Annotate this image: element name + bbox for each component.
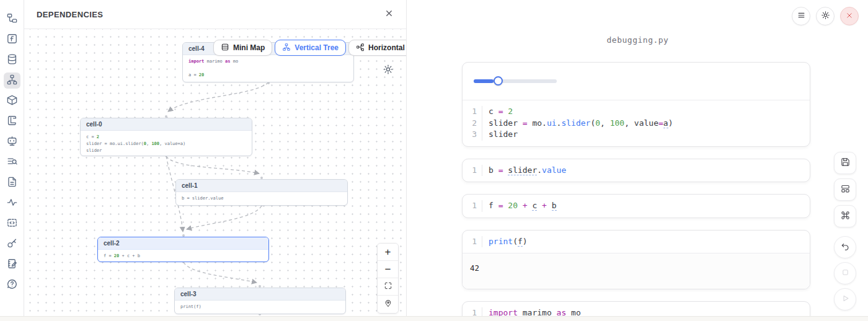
notebook-filename: debugging.py — [407, 35, 868, 45]
location-pin-icon — [384, 298, 392, 310]
cell-print[interactable]: 1print(f) 42 — [462, 230, 810, 290]
graph-node-cell-3[interactable]: cell-3 print(f) — [174, 288, 346, 314]
gear-icon — [383, 68, 394, 77]
sidebar-item-secrets[interactable] — [4, 236, 20, 252]
undo-icon — [840, 242, 850, 253]
sidebar-item-activity[interactable] — [4, 195, 20, 211]
save-button[interactable] — [834, 152, 856, 174]
vertical-tree-label: Vertical Tree — [294, 43, 339, 52]
file-tree-icon — [6, 12, 18, 27]
stop-icon — [841, 268, 850, 279]
keys-icon — [6, 237, 18, 252]
command-icon — [840, 210, 851, 222]
close-panel-button[interactable] — [384, 9, 394, 20]
node-code: b = slider.value — [176, 192, 347, 205]
graph-node-cell-2-selected[interactable]: cell-2 f = 20 + c + b — [97, 237, 269, 262]
function-icon — [6, 33, 18, 47]
slider-output-area — [463, 63, 810, 100]
dependency-graph-icon — [6, 74, 18, 88]
vertical-tree-button[interactable]: Vertical Tree — [275, 40, 346, 56]
layout-icon — [840, 183, 851, 196]
node-title: cell-1 — [176, 180, 347, 192]
slider-widget[interactable] — [474, 79, 557, 83]
run-icon — [841, 294, 850, 305]
node-code: import marimo as mo a = 20 — [183, 55, 353, 82]
zoom-out-button[interactable]: − — [378, 261, 398, 278]
sidebar-item-dependencies[interactable] — [4, 73, 20, 89]
sidebar-item-logs[interactable] — [4, 113, 20, 130]
sidebar-item-tracebacks[interactable] — [4, 154, 20, 170]
undo-button[interactable] — [834, 236, 856, 258]
cell-f-assignment[interactable]: 1f = 20 + c + b — [462, 194, 810, 218]
notebook-cells: 1c = 22slider = mo.ui.slider(0, 100, val… — [462, 62, 810, 316]
center-selection-button[interactable] — [378, 296, 398, 313]
cell-b-assignment[interactable]: 1b = slider.value — [462, 159, 810, 183]
node-title: cell-0 — [81, 118, 252, 131]
run-button[interactable] — [834, 288, 856, 310]
icon-sidebar — [0, 0, 24, 316]
graph-settings-button[interactable] — [383, 64, 394, 77]
sidebar-item-chat[interactable] — [4, 134, 20, 150]
node-code: c = 2slider = mo.ui.slider(0, 100, value… — [81, 131, 252, 156]
sidebar-item-variables[interactable] — [4, 32, 20, 48]
slider-thumb[interactable] — [494, 76, 503, 86]
close-icon — [384, 9, 394, 20]
node-code: print(f) — [175, 301, 345, 314]
sidebar-item-datasources[interactable] — [4, 52, 20, 68]
minimap-icon — [221, 43, 229, 53]
sidebar-item-packages[interactable] — [4, 93, 20, 109]
cell-slider[interactable]: 1c = 22slider = mo.ui.slider(0, 100, val… — [462, 62, 810, 147]
package-icon — [6, 94, 18, 108]
slider-fill — [474, 79, 494, 83]
sidebar-item-snippets[interactable] — [4, 216, 20, 232]
scratchpad-icon — [6, 258, 18, 272]
notebook-top-actions — [792, 7, 859, 25]
settings-button[interactable] — [816, 7, 835, 25]
menu-icon — [797, 11, 806, 22]
zoom-in-button[interactable]: + — [378, 244, 398, 261]
horizontal-tree-icon — [356, 43, 365, 53]
mini-map-label: Mini Map — [233, 43, 265, 52]
horizontal-tree-label: Horizontal Tree — [368, 43, 406, 52]
dependency-graph-canvas[interactable]: cell-4 import marimo as mo a = 20 cell-0… — [24, 29, 406, 316]
vertical-tree-icon — [282, 43, 291, 53]
graph-node-cell-1[interactable]: cell-1 b = slider.value — [175, 179, 348, 206]
menu-button[interactable] — [792, 7, 810, 25]
dependencies-panel: DEPENDENCIES — [24, 0, 407, 316]
layout-button[interactable] — [834, 178, 856, 201]
horizontal-tree-button[interactable]: Horizontal Tree — [348, 40, 406, 56]
node-title: cell-3 — [175, 288, 345, 301]
sidebar-item-file-explorer[interactable] — [4, 11, 20, 27]
code-cell-icon — [6, 217, 18, 231]
graph-zoom-controls: + − — [377, 243, 399, 314]
code-editor[interactable]: 1import marimo as mo2 — [463, 302, 810, 316]
save-icon — [840, 157, 851, 169]
gear-icon — [821, 11, 830, 22]
shutdown-button[interactable] — [840, 7, 859, 25]
stop-button[interactable] — [834, 262, 856, 284]
shutdown-close-icon — [845, 11, 854, 22]
database-icon — [6, 53, 18, 68]
sidebar-item-documentation[interactable] — [4, 175, 20, 191]
code-editor[interactable]: 1b = slider.value — [463, 159, 810, 182]
keyboard-shortcuts-button[interactable] — [834, 205, 856, 227]
logs-scroll-icon — [6, 115, 18, 129]
graph-node-cell-0[interactable]: cell-0 c = 2slider = mo.ui.slider(0, 100… — [80, 118, 252, 156]
fit-view-button[interactable] — [378, 278, 398, 296]
code-editor[interactable]: 1print(f) — [463, 231, 810, 253]
sidebar-item-scratchpad[interactable] — [4, 257, 20, 273]
code-editor[interactable]: 1f = 20 + c + b — [463, 195, 810, 218]
node-code: f = 20 + c + b — [98, 250, 268, 262]
sidebar-item-help[interactable] — [4, 277, 20, 293]
plus-icon: + — [385, 246, 391, 258]
search-logs-icon — [6, 156, 18, 170]
notebook-panel: debugging.py 1c = 22slider = mo.ui.slide… — [407, 0, 868, 316]
code-editor[interactable]: 1c = 22slider = mo.ui.slider(0, 100, val… — [463, 100, 810, 146]
dependencies-header: DEPENDENCIES — [24, 0, 406, 29]
document-icon — [6, 176, 18, 190]
chat-icon — [6, 135, 18, 149]
mini-map-button[interactable]: Mini Map — [213, 40, 272, 56]
cell-import[interactable]: 1import marimo as mo2 — [462, 301, 810, 316]
cell-output: 42 — [463, 253, 810, 289]
node-title: cell-2 — [98, 237, 268, 250]
